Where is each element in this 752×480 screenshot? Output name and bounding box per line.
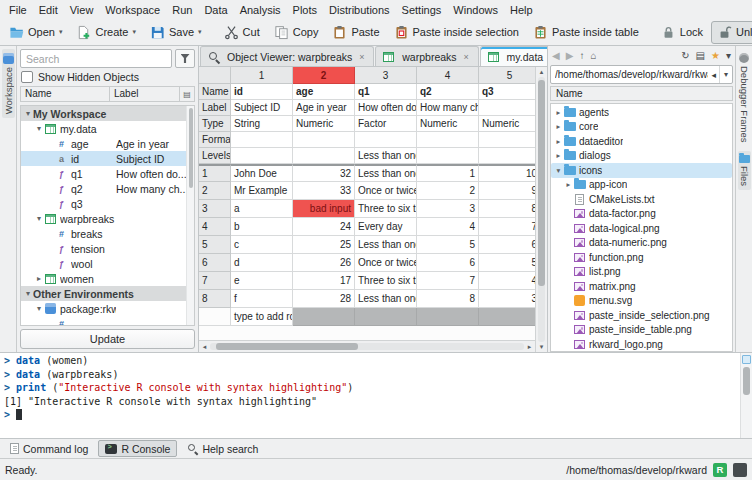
cell-r2-c2[interactable]: 33 xyxy=(293,182,355,200)
copy-button[interactable]: Copy xyxy=(268,21,325,44)
cell-r5-c1[interactable]: c xyxy=(231,236,293,254)
save-button[interactable]: Save ▾ xyxy=(144,21,208,44)
tree-item-q3[interactable]: ƒq3 xyxy=(21,196,186,211)
horizontal-scrollbar[interactable]: ◂ ▸ xyxy=(199,340,535,352)
cell-r6-c4[interactable]: 6 xyxy=(417,254,479,272)
invalid-cell[interactable]: bad input xyxy=(293,200,355,218)
tree-section-my-workspace[interactable]: ▾My Workspace xyxy=(21,106,186,121)
cell-r5-c5[interactable]: 6 xyxy=(479,236,535,254)
file-item-menu-svg[interactable]: menu.svg xyxy=(551,294,732,309)
cell-r2-c1[interactable]: Mr Example xyxy=(231,182,293,200)
cell-levels-5[interactable] xyxy=(479,148,535,164)
menu-run[interactable]: Run xyxy=(166,3,198,17)
bookmark-icon[interactable]: ★ xyxy=(711,50,720,62)
path-combobox[interactable]: /home/thomas/develop/rkward/rkward/ ◂ ▾ xyxy=(550,65,733,84)
row-header-1[interactable]: 1 xyxy=(199,164,231,182)
cell-r6-c2[interactable]: 26 xyxy=(293,254,355,272)
workspace-tree-scrollbar[interactable] xyxy=(186,106,194,325)
tree-item-tension[interactable]: ƒtension xyxy=(21,241,186,256)
cell-format-5[interactable] xyxy=(479,132,535,148)
scrollbar-thumb[interactable] xyxy=(743,367,750,395)
file-item-paste-inside-table-png[interactable]: paste_inside_table.png xyxy=(551,323,732,338)
r-engine-status-icon[interactable]: R xyxy=(713,463,727,477)
cell-r7-c2[interactable]: 17 xyxy=(293,272,355,290)
console-area[interactable]: > data (women)> data (warpbreaks)> print… xyxy=(0,352,752,438)
cell-r2-c3[interactable]: Once or twice... xyxy=(355,182,417,200)
cell-format-1[interactable] xyxy=(231,132,293,148)
collapse-icon[interactable]: ▾ xyxy=(34,304,44,313)
cell-label-3[interactable]: How often do... xyxy=(355,100,417,116)
grid-corner[interactable] xyxy=(199,67,231,84)
cell-name-2[interactable]: age xyxy=(293,84,355,100)
tree-section-other-environments[interactable]: ▾Other Environments xyxy=(21,286,186,301)
collapse-icon[interactable]: ▾ xyxy=(554,166,563,175)
file-item-data-factor-png[interactable]: data-factor.png xyxy=(551,207,732,222)
file-item-core[interactable]: ▸core xyxy=(551,120,732,135)
menu-workspace[interactable]: Workspace xyxy=(99,3,166,17)
cell-r4-c5[interactable]: 7 xyxy=(479,218,535,236)
file-item-cmakelists-txt[interactable]: CMakeLists.txt xyxy=(551,192,732,207)
reload-icon[interactable]: ↻ xyxy=(681,50,689,62)
cell-r8-c1[interactable]: f xyxy=(231,290,293,308)
close-icon[interactable]: × xyxy=(356,51,367,62)
cell-r8-c4[interactable]: 8 xyxy=(417,290,479,308)
cell-r3-c1[interactable]: a xyxy=(231,200,293,218)
row-header-2[interactable]: 2 xyxy=(199,182,231,200)
home-icon[interactable]: ⌂ xyxy=(590,50,596,62)
expand-icon[interactable]: ▸ xyxy=(554,137,563,146)
file-item-list-png[interactable]: list.png xyxy=(551,265,732,280)
cell-r6-c5[interactable]: 5 xyxy=(479,254,535,272)
column-header-1[interactable]: 1 xyxy=(231,67,293,84)
cell-levels-1[interactable] xyxy=(231,148,293,164)
file-name-column-header[interactable]: Name xyxy=(550,86,733,101)
cell-levels-3[interactable]: Less than onc... xyxy=(355,148,417,164)
menu-plots[interactable]: Plots xyxy=(287,3,323,17)
cell-r4-c2[interactable]: 24 xyxy=(293,218,355,236)
collapse-icon[interactable]: ▾ xyxy=(34,124,44,133)
scroll-left-icon[interactable]: ◂ xyxy=(200,343,209,351)
name-column-header[interactable]: Name xyxy=(21,87,110,101)
file-item-dataeditor[interactable]: ▸dataeditor xyxy=(551,134,732,149)
dropdown-arrow-icon[interactable]: ▾ xyxy=(59,28,63,36)
cell-r7-c3[interactable]: Three to six ti... xyxy=(355,272,417,290)
cell-name-3[interactable]: q1 xyxy=(355,84,417,100)
cell-name-1[interactable]: id xyxy=(231,84,293,100)
row-header-4[interactable]: 4 xyxy=(199,218,231,236)
lock-button[interactable]: Lock xyxy=(655,21,709,44)
cell-levels-2[interactable] xyxy=(293,148,355,164)
file-item-app-icon[interactable]: ▸app-icon xyxy=(551,178,732,193)
file-item-matrix-png[interactable]: matrix.png xyxy=(551,279,732,294)
tree-item-women[interactable]: ▸women xyxy=(21,271,186,286)
cell-label-1[interactable]: Subject ID xyxy=(231,100,293,116)
cell-r6-c3[interactable]: Once or twice... xyxy=(355,254,417,272)
row-header-7[interactable]: 7 xyxy=(199,272,231,290)
row-header-name[interactable]: Name xyxy=(199,84,231,100)
column-header-2[interactable]: 2 xyxy=(293,67,355,84)
dropdown-arrow-icon[interactable]: ▾ xyxy=(132,28,136,36)
cell-r1-c4[interactable]: 1 xyxy=(417,164,479,182)
expand-icon[interactable]: ▸ xyxy=(554,122,563,131)
cell-r3-c3[interactable]: Three to six ti... xyxy=(355,200,417,218)
console-corner-button[interactable] xyxy=(742,355,751,364)
row-header-3[interactable]: 3 xyxy=(199,200,231,218)
menu-settings[interactable]: Settings xyxy=(396,3,448,17)
cell-r8-c5[interactable]: 3 xyxy=(479,290,535,308)
file-item-icons[interactable]: ▾icons xyxy=(551,163,732,178)
cell-label-4[interactable]: How many ch... xyxy=(417,100,479,116)
tree-item-wool[interactable]: ƒwool xyxy=(21,256,186,271)
add-row-cell[interactable]: type to add row xyxy=(231,308,293,326)
row-header-type[interactable]: Type xyxy=(199,116,231,132)
file-item-dialogs[interactable]: ▸dialogs xyxy=(551,149,732,164)
unlock-button[interactable]: Unlock xyxy=(711,21,752,44)
tool-r-console[interactable]: R Console xyxy=(98,440,177,457)
expand-icon[interactable]: ▸ xyxy=(564,180,573,189)
cell-r2-c4[interactable]: 2 xyxy=(417,182,479,200)
scrollbar-thumb[interactable] xyxy=(216,343,357,350)
file-item-function-png[interactable]: function.png xyxy=(551,250,732,265)
tree-item-breaks[interactable]: #breaks xyxy=(21,226,186,241)
scrollbar-thumb[interactable] xyxy=(538,80,545,287)
menu-distributions[interactable]: Distributions xyxy=(323,3,396,17)
file-item-rkward-logo-png[interactable]: rkward_logo.png xyxy=(551,337,732,352)
cell-r7-c4[interactable]: 7 xyxy=(417,272,479,290)
cell-format-4[interactable] xyxy=(417,132,479,148)
